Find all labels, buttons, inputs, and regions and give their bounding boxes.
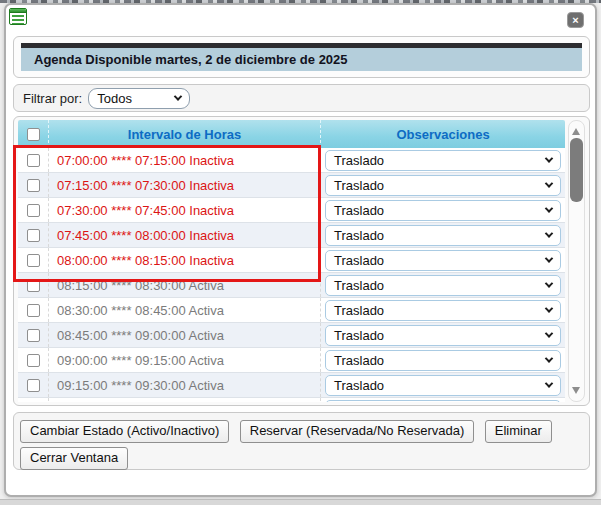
chevron-down-icon [545, 304, 553, 312]
scrollbar-thumb[interactable] [570, 138, 583, 202]
page-title: Agenda Disponible martes, 2 de diciembre… [34, 52, 348, 67]
agenda-dialog: × Agenda Disponible martes, 2 de diciemb… [4, 3, 597, 497]
reserve-button[interactable]: Reservar (Reservada/No Reservada) [240, 420, 475, 443]
chevron-down-icon [545, 154, 553, 162]
row-checkbox[interactable] [27, 379, 40, 392]
chevron-down-icon [545, 354, 553, 362]
table-row: 07:30:00 **** 07:45:00 Inactiva Traslado [18, 198, 565, 223]
table-row: 08:45:00 **** 09:00:00 Activa Traslado [18, 323, 565, 348]
row-checkbox[interactable] [27, 354, 40, 367]
table-row: 08:00:00 **** 08:15:00 Inactiva Traslado [18, 248, 565, 273]
interval-cell: 09:15:00 **** 09:30:00 Activa [48, 373, 320, 397]
row-checkbox[interactable] [27, 329, 40, 342]
chevron-down-icon [545, 279, 553, 287]
table-header-row: Intervalo de Horas Observaciones [18, 120, 565, 148]
table-row: 07:00:00 **** 07:15:00 Inactiva Traslado [18, 148, 565, 173]
observation-select-value: Traslado [334, 253, 384, 268]
interval-cell: 08:00:00 **** 08:15:00 Inactiva [48, 248, 320, 272]
observation-select-value: Traslado [334, 378, 384, 393]
table-body: 07:00:00 **** 07:15:00 Inactiva Traslado… [18, 148, 565, 402]
chevron-down-icon [545, 204, 553, 212]
filter-select[interactable]: Todos [88, 88, 190, 109]
observation-select[interactable]: Traslado [325, 350, 561, 371]
title-panel: Agenda Disponible martes, 2 de diciembre… [13, 36, 590, 78]
observation-select[interactable]: Traslado [325, 375, 561, 396]
observation-select-value: Traslado [334, 328, 384, 343]
observation-select[interactable]: Traslado [325, 325, 561, 346]
row-checkbox[interactable] [27, 229, 40, 242]
observation-select[interactable]: Traslado [325, 300, 561, 321]
interval-cell: 08:30:00 **** 08:45:00 Activa [48, 298, 320, 322]
observation-select-value: Traslado [334, 153, 384, 168]
column-header-interval: Intervalo de Horas [48, 120, 320, 148]
change-state-button[interactable]: Cambiar Estado (Activo/Inactivo) [20, 420, 229, 443]
scroll-up-icon[interactable] [572, 128, 580, 135]
observation-select-value: Traslado [334, 353, 384, 368]
interval-cell: 07:45:00 **** 08:00:00 Inactiva [48, 223, 320, 247]
table-row: 09:15:00 **** 09:30:00 Activa Traslado [18, 373, 565, 398]
table-panel: Intervalo de Horas Observaciones 07:00:0… [13, 116, 590, 406]
chevron-down-icon [545, 379, 553, 387]
observation-select[interactable]: Traslado [325, 250, 561, 271]
delete-button[interactable]: Eliminar [485, 420, 552, 443]
row-checkbox[interactable] [27, 204, 40, 217]
observation-select[interactable]: Traslado [325, 400, 561, 403]
observation-select-value: Traslado [334, 303, 384, 318]
table-row: 08:30:00 **** 08:45:00 Activa Traslado [18, 298, 565, 323]
interval-cell: 07:15:00 **** 07:30:00 Inactiva [48, 173, 320, 197]
filter-select-value: Todos [97, 91, 132, 106]
interval-cell: 08:15:00 **** 08:30:00 Activa [48, 273, 320, 297]
scrollbar[interactable] [568, 120, 585, 402]
chevron-down-icon [545, 254, 553, 262]
row-checkbox[interactable] [27, 154, 40, 167]
table-row: 07:45:00 **** 08:00:00 Inactiva Traslado [18, 223, 565, 248]
interval-cell: 07:00:00 **** 07:15:00 Inactiva [48, 148, 320, 172]
interval-cell: 07:30:00 **** 07:45:00 Inactiva [48, 198, 320, 222]
chevron-down-icon [545, 179, 553, 187]
observation-select-value: Traslado [334, 278, 384, 293]
filter-label: Filtrar por: [23, 91, 82, 106]
table-row: 09:30:00 **** 09:45:00 Activa Traslado [18, 398, 565, 402]
chevron-down-icon [545, 329, 553, 337]
actions-panel: Cambiar Estado (Activo/Inactivo) Reserva… [13, 412, 590, 470]
interval-cell: 08:45:00 **** 09:00:00 Activa [48, 323, 320, 347]
row-checkbox[interactable] [27, 179, 40, 192]
interval-cell: 09:00:00 **** 09:15:00 Activa [48, 348, 320, 372]
select-all-checkbox[interactable] [27, 128, 40, 141]
table-row: 08:15:00 **** 08:30:00 Activa Traslado [18, 273, 565, 298]
row-checkbox[interactable] [27, 304, 40, 317]
close-window-button[interactable]: Cerrar Ventana [20, 447, 128, 470]
close-icon[interactable]: × [567, 12, 584, 28]
chevron-down-icon [174, 92, 182, 100]
row-checkbox[interactable] [27, 254, 40, 267]
observation-select[interactable]: Traslado [325, 175, 561, 196]
observation-select-value: Traslado [334, 203, 384, 218]
background-page-bottom-bar [0, 499, 601, 505]
scroll-down-icon[interactable] [572, 387, 580, 394]
table-row: 07:15:00 **** 07:30:00 Inactiva Traslado [18, 173, 565, 198]
observation-select[interactable]: Traslado [325, 275, 561, 296]
observation-select[interactable]: Traslado [325, 200, 561, 221]
observation-select[interactable]: Traslado [325, 225, 561, 246]
filter-panel: Filtrar por: Todos [13, 84, 590, 112]
column-header-observations: Observaciones [320, 120, 565, 148]
chevron-down-icon [545, 229, 553, 237]
observation-select-value: Traslado [334, 228, 384, 243]
observation-select-value: Traslado [334, 178, 384, 193]
table-row: 09:00:00 **** 09:15:00 Activa Traslado [18, 348, 565, 373]
form-window-icon [9, 8, 27, 25]
row-checkbox[interactable] [27, 279, 40, 292]
observation-select[interactable]: Traslado [325, 150, 561, 171]
interval-cell: 09:30:00 **** 09:45:00 Activa [48, 398, 320, 402]
